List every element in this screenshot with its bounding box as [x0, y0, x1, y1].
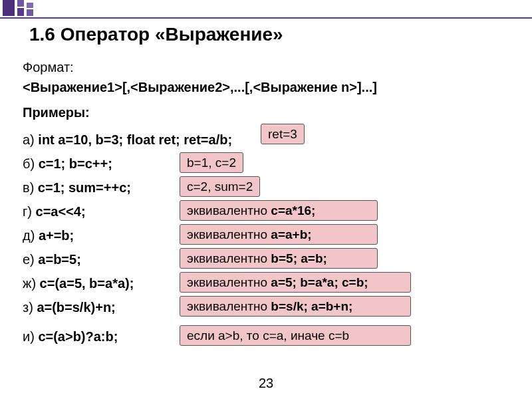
example-z: з) a=(b=s/k)+n; — [23, 299, 116, 316]
result-z: эквивалентно b=s/k; a=b+n; — [180, 296, 411, 317]
example-v: в) c=1; sum=++c; — [23, 180, 131, 196]
slide-decoration — [0, 0, 532, 20]
example-a: а) int a=10, b=3; float ret; ret=a/b; — [23, 132, 232, 148]
format-label: Формат: — [23, 59, 74, 76]
format-syntax: <Выражение1>[,<Выражение2>,...[,<Выражен… — [23, 79, 377, 96]
result-g: эквивалентно c=a*16; — [180, 200, 378, 221]
page-number: 23 — [0, 376, 532, 391]
examples-label: Примеры: — [23, 104, 90, 121]
result-v: c=2, sum=2 — [180, 176, 260, 197]
page-title: 1.6 Оператор «Выражение» — [29, 24, 283, 45]
result-e: эквивалентно b=5; a=b; — [180, 248, 378, 269]
example-d: д) a+=b; — [23, 227, 74, 244]
example-zh: ж) c=(a=5, b=a*a); — [23, 275, 134, 292]
example-g: г) c=a<<4; — [23, 203, 86, 220]
result-i: если a>b, то c=a, иначе c=b — [180, 325, 411, 346]
example-e: е) a=b=5; — [23, 251, 81, 268]
result-b: b=1, c=2 — [180, 152, 243, 173]
example-i: и) c=(a>b)?a:b; — [23, 329, 118, 345]
result-a: ret=3 — [261, 124, 305, 144]
result-d: эквивалентно a=a+b; — [180, 224, 378, 245]
result-zh: эквивалентно a=5; b=a*a; c=b; — [180, 272, 411, 293]
example-b: б) с=1; b=c++; — [23, 156, 112, 172]
